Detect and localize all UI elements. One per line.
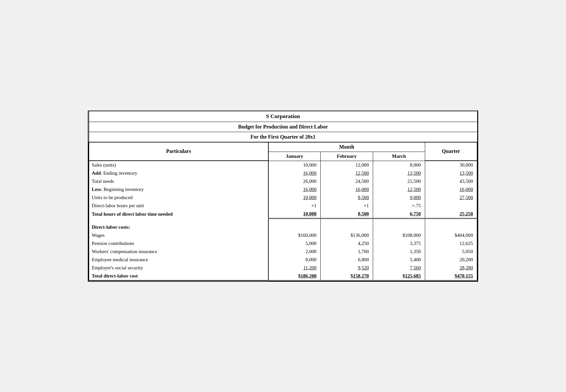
emp-medical-mar: 5,400 — [373, 256, 425, 264]
add-ending-inv-qtr: 13,500 — [425, 169, 477, 177]
emp-medical-feb: 6,800 — [321, 256, 373, 264]
wages-label: Wages — [89, 231, 268, 239]
units-produced-feb: 8,500 — [321, 194, 373, 202]
dlh-per-unit-feb: ×1 — [321, 202, 373, 210]
less-beg-inv-row: Less: Beginning inventory 16,000 16,000 … — [89, 185, 477, 194]
units-produced-qtr: 27,500 — [425, 194, 477, 202]
total-needs-qtr: 43,500 — [425, 177, 477, 185]
spacer-particulars — [89, 219, 268, 223]
dlc-header-jan — [268, 223, 321, 231]
workers-comp-label: Workers' compensation insurance — [89, 248, 268, 256]
add-ending-inv-jan: 16,000 — [268, 169, 321, 177]
spacer-row — [89, 219, 477, 223]
add-ending-inv-row: Add: Ending inventory 16,000 12,500 13,5… — [89, 169, 477, 177]
direct-labor-costs-label: Direct-labor costs: — [89, 223, 268, 231]
total-direct-labor-mar: $125,685 — [373, 272, 425, 281]
dlh-per-unit-label: Direct-labor hours per unit — [89, 202, 268, 210]
title-row: S Corporation — [89, 111, 477, 122]
total-direct-labor-jan: $186,200 — [268, 272, 321, 281]
period-row: For the First Quarter of 20x1 — [89, 132, 477, 142]
sales-qtr: 30,000 — [425, 161, 477, 169]
dlh-per-unit-row: Direct-labor hours per unit ×1 ×1 ×.75 — [89, 202, 477, 210]
social-security-row: Employer's social security 11,200 9,520 … — [89, 264, 477, 272]
total-hours-qtr: 25,250 — [425, 210, 477, 219]
budget-table-container: S Corporation Budget for Production and … — [88, 111, 478, 282]
units-produced-label: Units to be produced — [89, 194, 268, 202]
direct-labor-costs-header-row: Direct-labor costs: — [89, 223, 477, 231]
subtitle-row: Budget for Production and Direct Labor — [89, 122, 477, 132]
add-ending-inv-feb: 12,500 — [321, 169, 373, 177]
total-hours-label: Total hours of direct labor time needed — [89, 210, 268, 219]
total-direct-labor-label: Total direct-labor cost — [89, 272, 268, 281]
total-needs-feb: 24,500 — [321, 177, 373, 185]
dlh-per-unit-mar: ×.75 — [373, 202, 425, 210]
dlc-header-mar — [373, 223, 425, 231]
total-needs-mar: 21,500 — [373, 177, 425, 185]
emp-medical-label: Employee medical insurance — [89, 256, 268, 264]
units-produced-mar: 9,000 — [373, 194, 425, 202]
workers-comp-qtr: 5,050 — [425, 248, 477, 256]
total-direct-labor-feb: $158,270 — [321, 272, 373, 281]
total-needs-jan: 26,000 — [268, 177, 321, 185]
total-hours-jan: 10,000 — [268, 210, 321, 219]
social-security-label: Employer's social security — [89, 264, 268, 272]
workers-comp-feb: 1,700 — [321, 248, 373, 256]
less-beg-inv-label: Less: Beginning inventory — [89, 185, 268, 194]
workers-comp-jan: 2,000 — [268, 248, 321, 256]
wages-qtr: $404,000 — [425, 231, 477, 239]
wages-jan: $160,000 — [268, 231, 321, 239]
dlc-header-qtr — [425, 223, 477, 231]
total-direct-labor-qtr: $470,155 — [425, 272, 477, 281]
emp-medical-qtr: 20,200 — [425, 256, 477, 264]
total-needs-label: Total needs — [89, 177, 268, 185]
column-headers-row1: Particulars Month Quarter — [89, 142, 477, 152]
february-header: February — [321, 152, 373, 161]
spacer-qtr — [425, 219, 477, 223]
pension-row: Pension contributions 5,000 4,250 3,375 … — [89, 239, 477, 248]
dlh-per-unit-jan: ×1 — [268, 202, 321, 210]
emp-medical-row: Employee medical insurance 8,000 6,800 5… — [89, 256, 477, 264]
total-needs-row: Total needs 26,000 24,500 21,500 43,500 — [89, 177, 477, 185]
table-period: For the First Quarter of 20x1 — [89, 132, 477, 142]
less-beg-inv-qtr: 16,000 — [425, 185, 477, 194]
add-ending-inv-label: Add: Ending inventory — [89, 169, 268, 177]
table-subtitle: Budget for Production and Direct Labor — [89, 122, 477, 132]
less-beg-inv-jan: 16,000 — [268, 185, 321, 194]
sales-feb: 12,000 — [321, 161, 373, 169]
total-hours-row: Total hours of direct labor time needed … — [89, 210, 477, 219]
pension-feb: 4,250 — [321, 239, 373, 248]
sales-jan: 10,000 — [268, 161, 321, 169]
less-beg-inv-mar: 12,500 — [373, 185, 425, 194]
wages-row: Wages $160,000 $136,000 $108,000 $404,00… — [89, 231, 477, 239]
total-hours-feb: 8,500 — [321, 210, 373, 219]
workers-comp-mar: 1,350 — [373, 248, 425, 256]
spacer-jan — [268, 219, 321, 223]
budget-table: S Corporation Budget for Production and … — [88, 111, 478, 281]
sales-row: Sales (units) 10,000 12,000 8,000 30,000 — [89, 161, 477, 169]
social-security-qtr: 28,280 — [425, 264, 477, 272]
particulars-header: Particulars — [89, 142, 268, 161]
total-direct-labor-row: Total direct-labor cost $186,200 $158,27… — [89, 272, 477, 281]
add-ending-inv-mar: 13,500 — [373, 169, 425, 177]
pension-jan: 5,000 — [268, 239, 321, 248]
table-title: S Corporation — [89, 111, 477, 122]
march-header: March — [373, 152, 425, 161]
social-security-mar: 7,560 — [373, 264, 425, 272]
dlh-per-unit-qtr — [425, 202, 477, 210]
social-security-feb: 9,520 — [321, 264, 373, 272]
january-header: January — [268, 152, 321, 161]
pension-qtr: 12,625 — [425, 239, 477, 248]
workers-comp-row: Workers' compensation insurance 2,000 1,… — [89, 248, 477, 256]
less-beg-inv-feb: 16,000 — [321, 185, 373, 194]
wages-feb: $136,000 — [321, 231, 373, 239]
quarter-header: Quarter — [425, 142, 477, 161]
sales-label: Sales (units) — [89, 161, 268, 169]
spacer-mar — [373, 219, 425, 223]
spacer-feb — [321, 219, 373, 223]
pension-mar: 3,375 — [373, 239, 425, 248]
month-header: Month — [268, 142, 425, 152]
total-hours-mar: 6,750 — [373, 210, 425, 219]
units-produced-jan: 10,000 — [268, 194, 321, 202]
pension-label: Pension contributions — [89, 239, 268, 248]
units-produced-row: Units to be produced 10,000 8,500 9,000 … — [89, 194, 477, 202]
